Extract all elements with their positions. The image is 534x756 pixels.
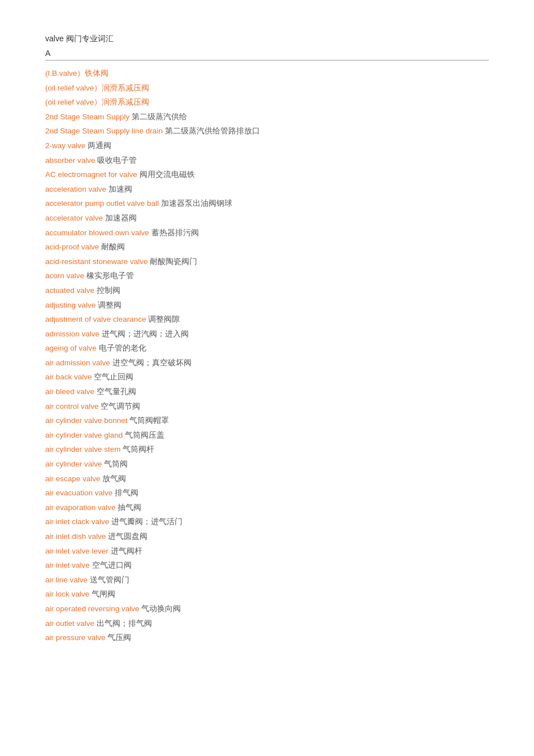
list-item: adjusting valve 调整阀 (45, 299, 489, 312)
entry-chinese: 加速器阀 (105, 214, 137, 222)
entry-english: 2nd Stage Steam Supply (45, 113, 132, 121)
entry-chinese: 气压阀 (107, 633, 131, 642)
entry-chinese: 气筒阀帽罩 (129, 416, 169, 425)
list-item: air inlet valve 空气进口阀 (45, 559, 489, 572)
list-item: air operated reversing valve 气动换向阀 (45, 603, 489, 615)
entry-english: acceleration valve (45, 185, 108, 193)
entry-english: air lock valve (45, 590, 92, 598)
entry-chinese: 送气管阀门 (90, 576, 129, 584)
entry-english: air evaporation valve (45, 503, 118, 512)
entry-english: air escape valve (45, 474, 102, 483)
entry-english: air inlet dish valve (45, 532, 108, 541)
entry-chinese: 空气止回阀 (94, 373, 133, 381)
list-item: actuated valve 控制阀 (45, 284, 489, 297)
entry-english: air inlet valve lever (45, 547, 111, 555)
entry-english: air back valve (45, 373, 94, 381)
entry-english: acid-resistant stoneware valve (45, 257, 150, 266)
list-item: (oil relief valve）润滑系减压阀 (45, 82, 489, 94)
entry-english: 2-way valve (45, 141, 88, 150)
entry-english: (oil relief valve）润滑系减压阀 (45, 84, 149, 92)
entry-chinese: 控制阀 (97, 286, 120, 295)
list-item: admission valve 进气阀；进汽阀；进入阀 (45, 328, 489, 340)
entry-chinese: 两通阀 (88, 141, 111, 150)
entry-chinese: 进气圆盘阀 (108, 532, 147, 541)
list-item: acid-proof valve 耐酸阀 (45, 241, 489, 253)
list-item: air admission valve 进空气阀；真空破坏阀 (45, 357, 489, 369)
entry-chinese: 气筒阀杆 (123, 445, 154, 453)
entry-chinese: 气筒阀压盖 (125, 431, 164, 439)
list-item: accelerator valve 加速器阀 (45, 212, 489, 224)
list-item: air outlet valve 出气阀；排气阀 (45, 617, 489, 630)
list-item: 2nd Stage Steam Supply 第二级蒸汽供给 (45, 111, 489, 123)
entry-chinese: 空气量孔阀 (97, 387, 136, 396)
entry-chinese: 加速器泵出油阀钢球 (161, 199, 232, 208)
list-item: air evacuation valve 排气阀 (45, 487, 489, 499)
entry-chinese: 放气阀 (102, 474, 126, 483)
entry-chinese: 气动换向阀 (141, 604, 181, 613)
entries-container: (I.B.valve）铁体阀(oil relief valve）润滑系减压阀(o… (45, 67, 489, 644)
list-item: accelerator pump outlet valve ball 加速器泵出… (45, 197, 489, 210)
page-title: valve 阀门专业词汇 (45, 34, 489, 44)
list-item: air back valve 空气止回阀 (45, 371, 489, 383)
entry-english: air pressure valve (45, 633, 107, 642)
entry-english: ageing of valve (45, 344, 99, 352)
list-item: air cylinder valve bonnet 气筒阀帽罩 (45, 414, 489, 427)
list-item: air escape valve 放气阀 (45, 473, 489, 485)
list-item: air control valve 空气调节阀 (45, 400, 489, 413)
list-item: (oil relief valve）润滑系减压阀 (45, 96, 489, 109)
entry-chinese: 抽气阀 (118, 503, 141, 512)
section-letter: A (45, 49, 489, 58)
entry-chinese: 排气阀 (115, 489, 138, 497)
entry-english: acorn valve (45, 271, 86, 280)
entry-english: 2nd Stage Steam Supply line drain (45, 127, 165, 135)
list-item: air lock valve 气闸阀 (45, 588, 489, 601)
list-item: air bleed valve 空气量孔阀 (45, 386, 489, 398)
entry-chinese: 加速阀 (108, 185, 132, 193)
entry-english: air inlet clack valve (45, 517, 111, 526)
list-item: AC electromagnet for valve 阀用交流电磁铁 (45, 169, 489, 181)
list-item: ageing of valve 电子管的老化 (45, 342, 489, 355)
list-item: accumulator blowed own valve 蓄热器排污阀 (45, 227, 489, 239)
list-item: acceleration valve 加速阀 (45, 183, 489, 196)
list-item: acorn valve 橡实形电子管 (45, 270, 489, 282)
list-item: air inlet clack valve 进气瓣阀；进气活门 (45, 516, 489, 528)
entry-chinese: 气闸阀 (92, 590, 115, 598)
entry-chinese: 阀用交流电磁铁 (140, 170, 195, 179)
entry-chinese: 进气阀；进汽阀；进入阀 (102, 330, 189, 338)
entry-english: air control valve (45, 402, 101, 411)
entry-chinese: 进气瓣阀；进气活门 (111, 517, 183, 526)
entry-english: air cylinder valve bonnet (45, 416, 129, 425)
entry-english: accumulator blowed own valve (45, 228, 151, 237)
entry-english: (I.B.valve）铁体阀 (45, 69, 108, 77)
list-item: air evaporation valve 抽气阀 (45, 502, 489, 514)
entry-english: accelerator valve (45, 214, 105, 222)
entry-english: air evacuation valve (45, 489, 115, 497)
list-item: air cylinder valve stem 气筒阀杆 (45, 443, 489, 456)
entry-english: air outlet valve (45, 619, 97, 628)
list-item: adjustment of valve clearance 调整阀隙 (45, 313, 489, 326)
entry-chinese: 调整阀隙 (148, 315, 180, 323)
entry-english: air cylinder valve stem (45, 445, 123, 453)
list-item: 2-way valve 两通阀 (45, 140, 489, 152)
entry-chinese: 进气阀杆 (111, 547, 142, 555)
entry-chinese: 调整阀 (98, 301, 121, 309)
entry-english: acid-proof valve (45, 243, 101, 251)
list-item: air line valve 送气管阀门 (45, 574, 489, 586)
divider (45, 60, 489, 61)
list-item: air inlet dish valve 进气圆盘阀 (45, 530, 489, 543)
list-item: (I.B.valve）铁体阀 (45, 67, 489, 80)
entry-english: air cylinder valve gland (45, 431, 125, 439)
list-item: acid-resistant stoneware valve 耐酸陶瓷阀门 (45, 256, 489, 268)
entry-english: air bleed valve (45, 387, 97, 396)
entry-chinese: 橡实形电子管 (86, 271, 134, 280)
entry-english: air operated reversing valve (45, 604, 141, 613)
entry-chinese: 吸收电子管 (97, 156, 137, 165)
list-item: absorber valve 吸收电子管 (45, 154, 489, 167)
entry-english: AC electromagnet for valve (45, 170, 140, 179)
entry-chinese: 蓄热器排污阀 (151, 228, 199, 237)
list-item: air cylinder valve 气筒阀 (45, 458, 489, 470)
list-item: air pressure valve 气压阀 (45, 632, 489, 644)
entry-english: (oil relief valve）润滑系减压阀 (45, 98, 149, 106)
entry-english: air admission valve (45, 358, 112, 367)
entry-chinese: 耐酸陶瓷阀门 (150, 257, 197, 266)
